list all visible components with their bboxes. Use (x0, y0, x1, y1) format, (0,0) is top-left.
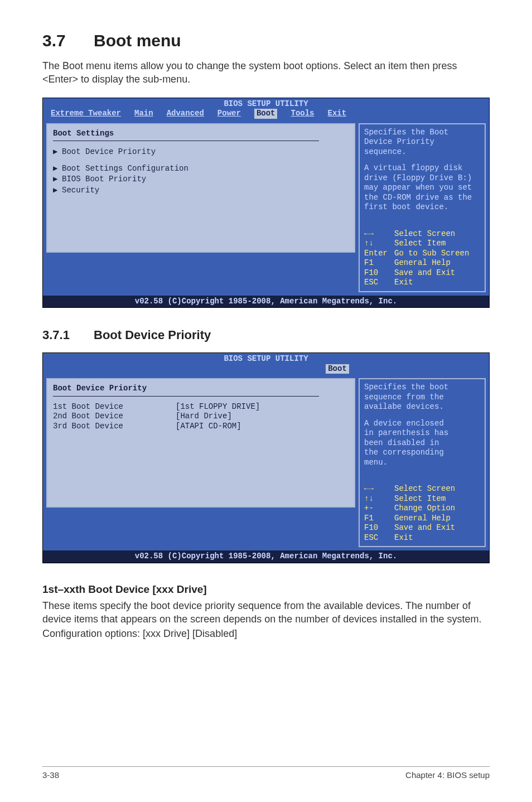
panel-heading: Boot Device Priority (53, 384, 349, 394)
menu-advanced[interactable]: Advanced (167, 109, 204, 119)
key-label: Save and Exit (394, 268, 455, 278)
help-line: availabe devices. (364, 402, 480, 412)
setting-key: 1st Boot Device (53, 402, 176, 412)
bios-utility-title: BIOS SETUP UTILITY (43, 353, 489, 364)
body-paragraph: Configuration options: [xxx Drive] [Disa… (42, 627, 490, 640)
help-line: Specifies the Boot (364, 128, 480, 138)
bios-help-panel: Specifies the Boot Device Priority seque… (359, 123, 486, 292)
item-label: Boot Settings Configuration (62, 164, 188, 173)
bios-left-inner: Boot Device Priority 1st Boot Device [1s… (46, 378, 355, 508)
key-esc: ESC (364, 278, 394, 288)
help-line: A device enclosed (364, 419, 480, 429)
setting-row[interactable]: 3rd Boot Device [ATAPI CD-ROM] (53, 422, 349, 432)
submenu-arrow-icon: ▶ (53, 186, 62, 196)
subsection-heading: 3.7.1Boot Device Priority (42, 328, 490, 342)
help-line: menu. (364, 458, 480, 468)
key-label: General Help (394, 258, 451, 268)
setting-key: 3rd Boot Device (53, 422, 176, 432)
key-label: Select Item (394, 494, 446, 504)
setting-value: [1st FLOPPY DRIVE] (176, 402, 260, 412)
key-enter: Enter (364, 249, 394, 259)
help-line: drive (Floppy Drive B:) (364, 173, 480, 183)
intro-paragraph: The Boot menu items allow you to change … (42, 59, 490, 86)
help-line: A virtual floppy disk (364, 163, 480, 173)
divider (53, 396, 319, 397)
bios-help-panel: Specifies the boot sequence from the ava… (359, 378, 486, 547)
key-f1: F1 (364, 514, 394, 524)
menu-tools[interactable]: Tools (291, 109, 314, 119)
key-esc: ESC (364, 533, 394, 543)
key-label: General Help (394, 514, 451, 524)
list-item[interactable]: ▶Security (53, 185, 349, 196)
bios-right-panel: Specifies the Boot Device Priority seque… (359, 120, 489, 296)
key-f10: F10 (364, 523, 394, 533)
setting-row[interactable]: 1st Boot Device [1st FLOPPY DRIVE] (53, 402, 349, 412)
panel-heading: Boot Settings (53, 129, 349, 139)
bios-body: Boot Device Priority 1st Boot Device [1s… (43, 375, 489, 550)
list-item[interactable]: ▶Boot Settings Configuration (53, 163, 349, 175)
help-line: the corresponding (364, 448, 480, 458)
arrows-ud-icon: ↑↓ (364, 239, 394, 249)
chapter-label: Chapter 4: BIOS setup (405, 770, 490, 780)
bios-left-inner: Boot Settings ▶Boot Device Priority ▶Boo… (46, 123, 355, 253)
bios-copyright-footer: v02.58 (C)Copyright 1985-2008, American … (43, 296, 489, 308)
key-f10: F10 (364, 268, 394, 278)
help-line: the CD-ROM drive as the (364, 193, 480, 203)
item-label: Boot Device Priority (62, 147, 156, 156)
item-label: Security (62, 186, 99, 195)
section-number: 3.7 (42, 31, 94, 50)
key-label: Exit (394, 278, 413, 288)
subsection-number: 3.7.1 (42, 328, 94, 342)
key-f1: F1 (364, 258, 394, 268)
menu-boot[interactable]: Boot (254, 109, 278, 119)
setting-value: [ATAPI CD-ROM] (176, 422, 241, 432)
menu-power[interactable]: Power (217, 109, 241, 119)
bios-right-panel: Specifies the boot sequence from the ava… (359, 375, 489, 550)
key-label: Exit (394, 533, 413, 543)
subsection-title-text: Boot Device Priority (94, 328, 211, 342)
arrows-lr-icon: ←→ (364, 484, 394, 494)
submenu-arrow-icon: ▶ (53, 147, 62, 157)
menu-boot[interactable]: Boot (326, 364, 349, 374)
document-page: 3.7Boot menu The Boot menu items allow y… (0, 0, 532, 802)
key-label: Select Screen (394, 484, 455, 494)
bios-screenshot-boot-settings: BIOS SETUP UTILITY Extreme Tweaker Main … (42, 98, 490, 308)
help-line: may appear when you set (364, 183, 480, 193)
bios-left-panel: Boot Settings ▶Boot Device Priority ▶Boo… (43, 120, 359, 296)
key-label: Change Option (394, 504, 455, 514)
bios-utility-title: BIOS SETUP UTILITY (43, 98, 489, 109)
menu-exit[interactable]: Exit (328, 109, 347, 119)
submenu-arrow-icon: ▶ (53, 164, 62, 174)
arrows-ud-icon: ↑↓ (364, 494, 394, 504)
help-line: sequence from the (364, 393, 480, 403)
bios-copyright-footer: v02.58 (C)Copyright 1985-2008, American … (43, 550, 489, 563)
help-line: in parenthesis has (364, 428, 480, 438)
section-heading: 3.7Boot menu (42, 31, 490, 50)
bios-screenshot-boot-device-priority: BIOS SETUP UTILITY Boot Boot Device Prio… (42, 352, 490, 563)
menu-main[interactable]: Main (134, 109, 153, 119)
help-line: first boot device. (364, 202, 480, 212)
menu-extreme-tweaker[interactable]: Extreme Tweaker (51, 109, 121, 119)
item-label: BIOS Boot Priority (62, 175, 146, 183)
paragraph-heading: 1st–xxth Boot Device [xxx Drive] (42, 583, 490, 596)
arrows-lr-icon: ←→ (364, 229, 394, 239)
bios-body: Boot Settings ▶Boot Device Priority ▶Boo… (43, 120, 489, 296)
bios-top-menu: Boot (43, 364, 489, 375)
key-legend: ←→Select Screen ↑↓Select Item EnterGo to… (364, 229, 480, 288)
key-label: Select Screen (394, 229, 455, 239)
key-plus-minus: +- (364, 504, 394, 514)
list-item[interactable]: ▶BIOS Boot Priority (53, 174, 349, 185)
section-title-text: Boot menu (94, 31, 181, 50)
setting-row[interactable]: 2nd Boot Device [Hard Drive] (53, 412, 349, 422)
key-label: Save and Exit (394, 523, 455, 533)
setting-key: 2nd Boot Device (53, 412, 176, 422)
submenu-arrow-icon: ▶ (53, 175, 62, 185)
key-legend: ←→Select Screen ↑↓Select Item +-Change O… (364, 484, 480, 543)
list-item[interactable]: ▶Boot Device Priority (53, 147, 349, 158)
help-line: Specifies the boot (364, 383, 480, 393)
key-label: Select Item (394, 239, 446, 249)
page-number: 3-38 (42, 770, 59, 780)
bios-top-menu: Extreme Tweaker Main Advanced Power Boot… (43, 109, 489, 120)
help-line: sequence. (364, 147, 480, 157)
help-line: been disabled in (364, 438, 480, 448)
